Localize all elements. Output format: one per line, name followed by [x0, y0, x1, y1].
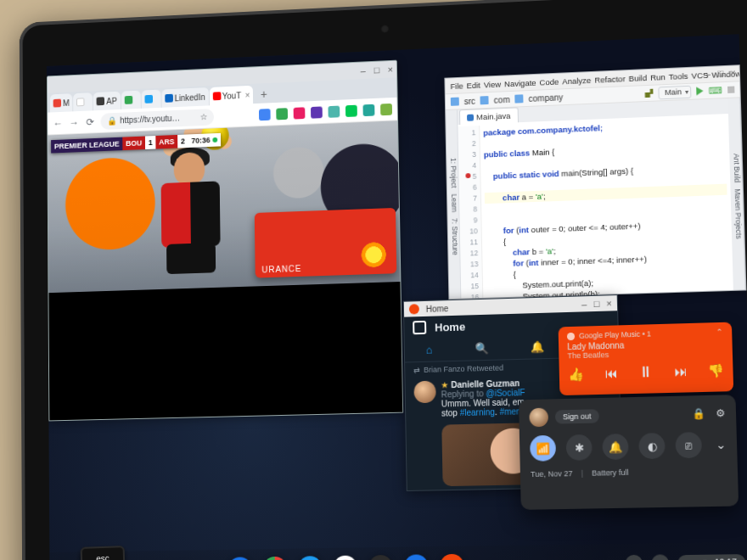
- chevron-up-icon[interactable]: ⌃: [716, 328, 723, 336]
- rail-tab[interactable]: Ant Build: [732, 154, 741, 183]
- rail-tab[interactable]: Learn: [450, 193, 458, 212]
- chevron-down-icon[interactable]: ⌄: [716, 438, 727, 452]
- photos-app-icon[interactable]: [333, 556, 357, 560]
- ide-window[interactable]: – □ × File Edit View Navigate Code Analy…: [444, 64, 746, 300]
- extension-icon[interactable]: [362, 104, 374, 115]
- browser-tab[interactable]: [121, 91, 141, 109]
- twitter-avatar-icon[interactable]: [413, 321, 426, 334]
- chrome-close-button[interactable]: ×: [388, 64, 394, 75]
- menu-item[interactable]: File: [450, 81, 463, 90]
- browser-tab[interactable]: [141, 90, 160, 109]
- menu-item[interactable]: Edit: [467, 80, 480, 90]
- tw-min-button[interactable]: –: [581, 299, 587, 309]
- chrome-max-button[interactable]: □: [374, 64, 379, 75]
- rail-tab[interactable]: 7: Structure: [451, 218, 460, 255]
- status-tray[interactable]: ▲ ▮ 10:17: [677, 554, 745, 560]
- lock-icon[interactable]: 🔒: [692, 407, 705, 420]
- ide-max-button[interactable]: □: [717, 68, 723, 78]
- ide-close-button[interactable]: ×: [730, 67, 736, 77]
- extension-icon[interactable]: [259, 109, 271, 120]
- extension-icon[interactable]: [276, 108, 288, 120]
- browser-tab[interactable]: M: [50, 93, 73, 112]
- intellij-app-icon[interactable]: IJ: [368, 555, 392, 560]
- home-tab-icon[interactable]: ⌂: [425, 344, 432, 356]
- new-tab-button[interactable]: +: [254, 85, 273, 104]
- extension-icon[interactable]: [380, 103, 392, 115]
- menu-item[interactable]: Build: [628, 73, 647, 83]
- quick-settings-panel[interactable]: Sign out 🔒 ⚙ 📶 ✱ 🔔 ◐ ⎚ ⌄ Tue, Nov 27 | B…: [519, 395, 739, 510]
- tab-close-icon[interactable]: ×: [245, 90, 250, 99]
- avatar[interactable]: [529, 408, 548, 428]
- chrome-app-icon[interactable]: [262, 557, 286, 560]
- browser-tab[interactable]: AP: [93, 92, 121, 111]
- previous-track-icon[interactable]: ⏮: [604, 366, 618, 381]
- files-app-icon[interactable]: ▣: [227, 557, 251, 560]
- menu-item[interactable]: Run: [650, 72, 666, 82]
- wifi-toggle[interactable]: 📶: [530, 435, 556, 462]
- menu-item[interactable]: Code: [539, 76, 559, 87]
- music-app-name: Google Play Music • 1: [579, 329, 651, 339]
- run-button-icon[interactable]: [696, 87, 703, 95]
- extension-icon[interactable]: [345, 104, 357, 116]
- breadcrumb[interactable]: src: [464, 96, 475, 105]
- omnibox[interactable]: 🔒 https://tv.youtu… ☆: [100, 109, 214, 130]
- notifications-toggle[interactable]: 🔔: [602, 434, 628, 460]
- hashtag-link[interactable]: #learning: [460, 407, 496, 417]
- code-area[interactable]: package com.company.kctofel; public clas…: [480, 115, 733, 298]
- extension-icon[interactable]: [311, 106, 323, 118]
- browser-tab-active[interactable]: YouT×: [209, 86, 253, 106]
- music-notification[interactable]: Google Play Music • 1 ⌃ Lady Madonna The…: [559, 322, 734, 396]
- next-track-icon[interactable]: ⏭: [674, 364, 688, 379]
- play-music-app-icon[interactable]: ▶: [440, 554, 464, 560]
- forward-button[interactable]: →: [69, 116, 80, 128]
- ide-run-cluster: Main ⌨: [645, 83, 735, 100]
- cast-toggle[interactable]: ⎚: [675, 432, 702, 458]
- back-button[interactable]: ←: [53, 117, 64, 129]
- menu-item[interactable]: Tools: [669, 70, 688, 81]
- rail-tab[interactable]: Maven Projects: [733, 188, 744, 239]
- bookmark-star-icon[interactable]: ☆: [200, 112, 208, 121]
- breadcrumb[interactable]: company: [529, 92, 564, 104]
- menu-item[interactable]: Navigate: [504, 77, 536, 88]
- folder-icon: [480, 96, 489, 104]
- rail-tab[interactable]: 1: Project: [449, 158, 458, 188]
- editor-tab[interactable]: Main.java: [459, 107, 519, 125]
- reload-button[interactable]: ⟳: [85, 115, 96, 127]
- bluetooth-toggle[interactable]: ✱: [566, 434, 593, 461]
- menu-item[interactable]: Refactor: [594, 74, 626, 85]
- assistant-mic-icon[interactable]: 🎙: [625, 555, 643, 560]
- thumbs-up-icon[interactable]: 👍: [568, 367, 585, 383]
- twitter-app-icon[interactable]: ✦: [298, 556, 322, 560]
- esc-key: esc: [81, 546, 126, 560]
- stylus-icon[interactable]: ✎: [651, 554, 669, 560]
- stop-button-icon[interactable]: [727, 87, 734, 93]
- menu-item[interactable]: Analyze: [562, 75, 591, 85]
- breakpoint-icon[interactable]: [466, 173, 471, 178]
- tw-max-button[interactable]: □: [593, 299, 599, 309]
- debug-icon[interactable]: ⌨: [708, 85, 722, 97]
- chrome-min-button[interactable]: –: [361, 65, 366, 76]
- play-pause-icon[interactable]: ⏸: [637, 363, 654, 382]
- chrome-window[interactable]: – □ × M AP LinkedIn YouT× + ← → ⟳ 🔒: [47, 60, 403, 422]
- search-tab-icon[interactable]: 🔍: [475, 342, 488, 355]
- extension-icon[interactable]: [328, 105, 340, 117]
- thumbs-down-icon[interactable]: 👎: [707, 362, 724, 378]
- code-editor[interactable]: 12345678910111213141516 package com.comp…: [458, 115, 733, 299]
- breadcrumb[interactable]: com: [494, 94, 510, 104]
- menu-item[interactable]: View: [484, 79, 502, 89]
- run-config-select[interactable]: Main: [659, 85, 692, 99]
- tw-close-button[interactable]: ×: [606, 298, 612, 308]
- sign-out-button[interactable]: Sign out: [555, 409, 599, 423]
- extension-icon[interactable]: [294, 107, 306, 119]
- browser-tab[interactable]: LinkedIn: [161, 87, 209, 108]
- shelf-tray[interactable]: 🎙 ✎ ▲ ▮ 10:17: [625, 553, 745, 560]
- video-player[interactable]: URANCE PREMIER LEAGUE BOU 1 ARS 2 70:36: [48, 120, 400, 293]
- build-icon[interactable]: [645, 89, 654, 98]
- avatar[interactable]: [413, 381, 435, 404]
- ide-min-button[interactable]: –: [705, 69, 711, 79]
- browser-tab[interactable]: [73, 92, 93, 111]
- gear-icon[interactable]: ⚙: [716, 407, 726, 420]
- duo-app-icon[interactable]: ▮: [404, 554, 429, 560]
- bell-tab-icon[interactable]: 🔔: [531, 340, 544, 354]
- night-light-toggle[interactable]: ◐: [638, 433, 666, 459]
